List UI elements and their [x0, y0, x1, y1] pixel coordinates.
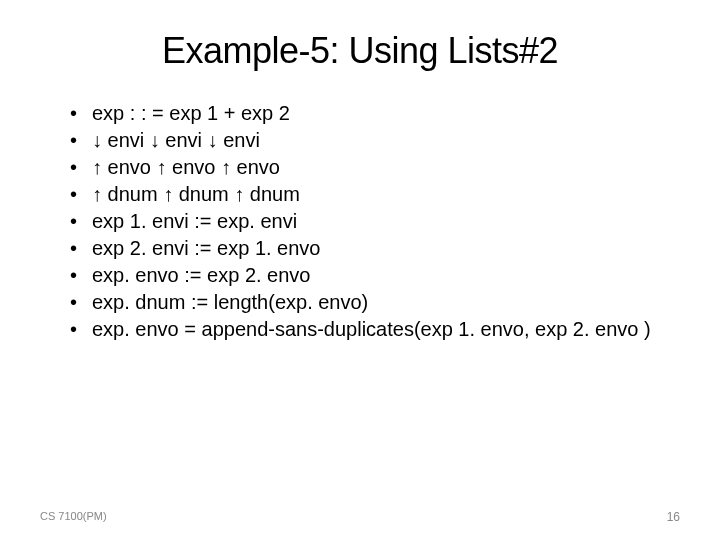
slide: Example-5: Using Lists#2 exp : : = exp 1…	[0, 0, 720, 540]
list-item: exp 2. envi := exp 1. envo	[70, 235, 670, 262]
list-item: ↑ dnum ↑ dnum ↑ dnum	[70, 181, 670, 208]
footer: CS 7100(PM) 16	[40, 510, 680, 524]
footer-page-number: 16	[667, 510, 680, 524]
list-item: exp. envo := exp 2. envo	[70, 262, 670, 289]
list-item: ↑ envo ↑ envo ↑ envo	[70, 154, 670, 181]
list-item: exp : : = exp 1 + exp 2	[70, 100, 670, 127]
list-item: ↓ envi ↓ envi ↓ envi	[70, 127, 670, 154]
list-item: exp. dnum := length(exp. envo)	[70, 289, 670, 316]
list-item: exp 1. envi := exp. envi	[70, 208, 670, 235]
bullet-list: exp : : = exp 1 + exp 2 ↓ envi ↓ envi ↓ …	[50, 100, 670, 343]
list-item: exp. envo = append-sans-duplicates(exp 1…	[70, 316, 670, 343]
footer-course: CS 7100(PM)	[40, 510, 107, 524]
page-title: Example-5: Using Lists#2	[50, 30, 670, 72]
